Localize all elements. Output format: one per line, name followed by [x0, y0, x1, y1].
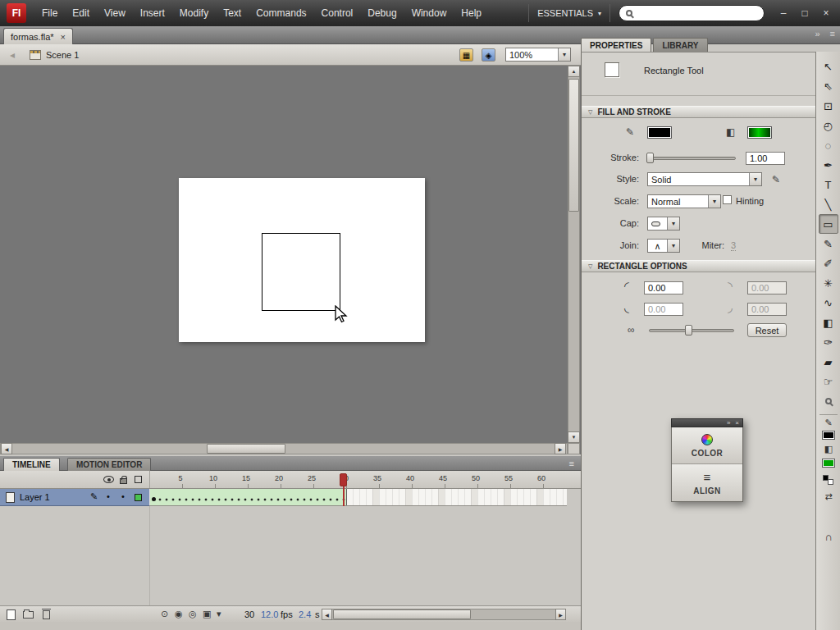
tool-lasso-icon[interactable]: ◌ [819, 135, 838, 155]
menu-help[interactable]: Help [454, 0, 489, 26]
scroll-up-icon[interactable]: ▲ [568, 66, 580, 77]
tool-line-icon[interactable]: ╲ [819, 194, 838, 214]
scene-breadcrumb[interactable]: Scene 1 [46, 50, 79, 60]
corner-tl-input[interactable]: 0.00 [644, 281, 683, 294]
collapse-panels-icon[interactable]: » [815, 29, 819, 39]
cap-select[interactable]: ▾ [647, 217, 680, 231]
onion-skin-icon[interactable]: ◉ [175, 609, 183, 619]
swap-colors-icon[interactable]: ⇄ [816, 491, 840, 502]
menu-modify[interactable]: Modify [172, 0, 216, 26]
tool-rectangle-icon[interactable]: ▭ [819, 214, 838, 234]
new-folder-button[interactable] [23, 611, 34, 619]
elapsed-time-value[interactable]: 2.4 [299, 609, 311, 619]
document-tab[interactable]: formas.fla* × [3, 28, 73, 44]
menu-insert[interactable]: Insert [133, 0, 172, 26]
tab-properties[interactable]: PROPERTIES [581, 38, 651, 52]
panel-button-align[interactable]: ≡ALIGN [672, 464, 742, 501]
tool-free-transform-icon[interactable]: ⊡ [819, 96, 838, 116]
modify-markers-icon[interactable]: ▾ [217, 609, 221, 619]
menu-text[interactable]: Text [216, 0, 249, 26]
frame-span[interactable] [150, 489, 347, 505]
scroll-down-icon[interactable]: ▼ [568, 431, 580, 443]
app-logo[interactable]: Fl [7, 3, 26, 23]
panel-button-color[interactable]: COLOR [672, 427, 742, 464]
onion-skin-outlines-icon[interactable]: ◎ [189, 609, 197, 619]
chevron-down-icon[interactable]: ▾ [667, 217, 679, 230]
layer-item[interactable]: Layer 1 ✎ • • [0, 489, 149, 506]
lock-layers-icon[interactable] [120, 478, 127, 484]
tool-pencil-icon[interactable]: ✎ [819, 234, 838, 253]
toolbar-stroke-color-swatch[interactable] [822, 431, 835, 440]
stage-vscroll-thumb[interactable] [568, 79, 579, 212]
timeline-scroll-thumb[interactable] [333, 609, 471, 619]
section-rectangle-options[interactable]: ▽ RECTANGLE OPTIONS [582, 260, 816, 272]
scroll-right-icon[interactable]: ▶ [555, 609, 566, 620]
center-frame-icon[interactable]: ⊙ [161, 609, 168, 619]
frame-ruler[interactable]: 51015202530354045505560 [149, 471, 567, 488]
search-box[interactable] [619, 5, 765, 21]
corner-br-input[interactable]: 0.00 [747, 303, 787, 316]
chevron-down-icon[interactable]: ▾ [749, 173, 761, 185]
stage-canvas[interactable] [179, 178, 425, 342]
back-arrow-icon[interactable]: ◂ [10, 49, 15, 61]
scale-select[interactable]: Normal ▾ [647, 194, 721, 208]
hinting-checkbox[interactable] [723, 195, 732, 204]
tool-paint-bucket-icon[interactable]: ◧ [819, 313, 838, 332]
snap-magnet-icon[interactable]: ∩ [816, 531, 840, 543]
layer-visible-dot[interactable]: • [107, 491, 110, 501]
section-fill-and-stroke[interactable]: ▽ FILL AND STROKE [582, 106, 816, 118]
close-icon[interactable]: × [61, 32, 66, 42]
tool-bone-icon[interactable]: ∿ [819, 293, 838, 313]
toolbar-fill-color-swatch[interactable] [822, 459, 835, 468]
restore-button[interactable]: □ [799, 7, 810, 19]
drawn-rectangle[interactable] [262, 233, 340, 311]
edit-scene-button[interactable]: ▦ [459, 48, 473, 62]
panel-menu-icon[interactable]: ≡ [830, 29, 835, 39]
close-button[interactable]: × [820, 7, 832, 19]
tab-motion-editor[interactable]: MOTION EDITOR [67, 458, 151, 471]
menu-control[interactable]: Control [314, 0, 361, 26]
chevron-down-icon[interactable]: ▾ [708, 195, 720, 208]
stroke-color-swatch[interactable] [647, 126, 672, 139]
tab-library[interactable]: LIBRARY [653, 38, 707, 52]
scroll-right-icon[interactable]: ▶ [555, 443, 566, 454]
expand-panels-icon[interactable]: » [727, 420, 730, 427]
panel-menu-icon[interactable]: ≡ [569, 459, 574, 468]
tool-deco-icon[interactable]: ✳ [819, 273, 838, 293]
link-corners-icon[interactable]: ∞ [628, 324, 635, 336]
miter-value[interactable]: 3 [731, 240, 736, 251]
corner-radius-slider-thumb[interactable] [685, 325, 692, 336]
pasteboard[interactable]: ▲ ▼ ◀ ▶ [0, 66, 581, 454]
close-icon[interactable]: × [735, 420, 739, 427]
scroll-left-icon[interactable]: ◀ [322, 609, 332, 620]
layer-outline-swatch[interactable] [135, 494, 142, 501]
corner-tr-input[interactable]: 0.00 [747, 281, 787, 294]
fill-color-swatch[interactable] [747, 126, 772, 139]
tool-hand-icon[interactable]: ☞ [819, 372, 838, 391]
layer-lock-dot[interactable]: • [121, 491, 125, 501]
layer-name[interactable]: Layer 1 [20, 492, 50, 502]
panel-group-header[interactable]: » × [671, 418, 743, 427]
outline-layers-icon[interactable] [135, 476, 142, 483]
menu-window[interactable]: Window [404, 0, 454, 26]
delete-layer-button[interactable] [43, 610, 50, 619]
stroke-slider[interactable] [647, 157, 736, 160]
stroke-slider-thumb[interactable] [646, 153, 654, 163]
playhead-marker[interactable] [340, 473, 347, 486]
style-select[interactable]: Solid ▾ [647, 172, 762, 186]
tool-text-icon[interactable]: T [819, 175, 838, 194]
edit-stroke-style-icon[interactable]: ✎ [772, 174, 780, 185]
stroke-value-input[interactable]: 1.00 [746, 152, 785, 165]
tool-zoom-icon[interactable] [819, 391, 838, 411]
fps-value[interactable]: 12.0 [261, 609, 278, 619]
menu-debug[interactable]: Debug [360, 0, 404, 26]
tool-selection-icon[interactable]: ↖ [819, 57, 838, 76]
tool-3d-rotation-icon[interactable]: ◴ [819, 116, 838, 135]
scroll-left-icon[interactable]: ◀ [1, 443, 12, 454]
tab-timeline[interactable]: TIMELINE [3, 458, 60, 471]
edit-symbols-button[interactable]: ◈ [482, 48, 495, 62]
menu-edit[interactable]: Edit [65, 0, 97, 26]
search-input[interactable] [637, 8, 752, 18]
zoom-select[interactable]: 100% ▾ [505, 48, 571, 62]
menu-view[interactable]: View [97, 0, 133, 26]
